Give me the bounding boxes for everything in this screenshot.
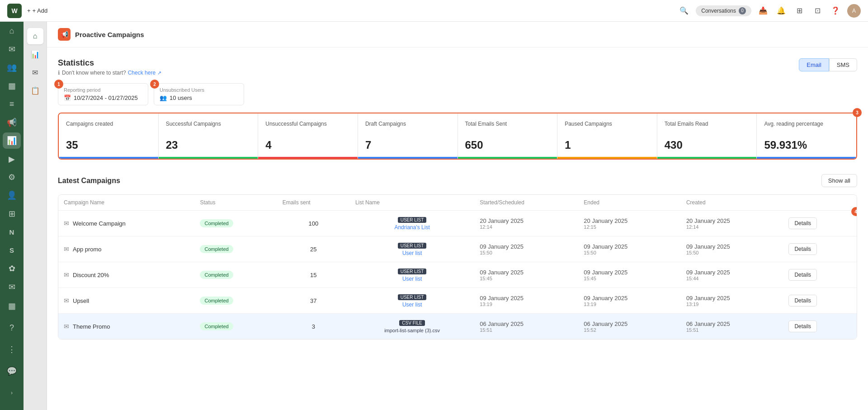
sidebar-item-s[interactable]: S	[3, 242, 21, 259]
details-cell: Details	[783, 288, 857, 314]
reporting-period-box[interactable]: Reporting period 📅 10/27/2024 - 01/27/20…	[58, 83, 148, 105]
bell-icon[interactable]: 🔔	[775, 5, 788, 17]
list-type-tag: USER LIST	[398, 217, 427, 223]
status-badge: Completed	[200, 271, 233, 279]
sidebar-item-integrations[interactable]: ✿	[3, 260, 21, 277]
calendar-icon: 📅	[64, 94, 71, 101]
details-button[interactable]: Details	[788, 295, 817, 306]
table-body: ✉ Welcome Campaign Completed 100 USER LI…	[58, 211, 857, 339]
conversations-button[interactable]: Conversations 0	[696, 5, 751, 16]
sidebar-item-lists[interactable]: ≡	[3, 96, 21, 112]
email-icon: ✉	[64, 220, 69, 227]
stats-card-bar	[757, 157, 856, 159]
stats-card-bar	[657, 157, 757, 159]
inbox-icon[interactable]: 📥	[757, 5, 769, 17]
created-cell: 20 January 2025 12:14	[681, 211, 783, 236]
campaign-name-cell: ✉ Theme Promo	[58, 314, 194, 339]
layout-icon[interactable]: ⊡	[811, 5, 824, 17]
stats-card-value: 35	[66, 139, 151, 151]
list-name-link[interactable]: User list	[402, 302, 422, 308]
details-button[interactable]: Details	[788, 320, 817, 332]
list-name-link: import-list-sample (3).csv	[384, 328, 440, 333]
stats-card-value: 59.931%	[764, 139, 849, 151]
list-name-link[interactable]: User list	[402, 276, 422, 282]
details-button[interactable]: Details	[788, 243, 817, 255]
search-icon[interactable]: 🔍	[678, 5, 690, 17]
sidebar-item-home[interactable]: ⌂	[3, 23, 21, 39]
sidebar-bottom: ▦ ? ⋮ 💬 ›	[3, 296, 21, 410]
campaign-name-text: Upsell	[73, 297, 89, 304]
unsubscribed-value: 👥 10 users	[160, 94, 238, 101]
sms-toggle-button[interactable]: SMS	[829, 58, 857, 71]
sidebar-item-expand[interactable]: ›	[3, 384, 21, 402]
table-column-header: Status	[194, 195, 277, 211]
add-button[interactable]: + + Add	[27, 7, 47, 14]
sidebar-item-team[interactable]: 👤	[3, 187, 21, 203]
check-here-link[interactable]: Check here	[128, 70, 156, 76]
sidebar-item-chat[interactable]: 💬	[3, 362, 21, 380]
sub-sidebar-item-mail[interactable]: ✉	[27, 64, 43, 80]
created-cell: 06 January 2025 15:51	[681, 314, 783, 339]
list-name-cell: USER LIST User list	[350, 288, 474, 314]
avatar[interactable]: A	[847, 4, 861, 18]
unsubscribed-wrapper: 2 Unsubscribed Users 👥 10 users	[154, 83, 244, 105]
sub-sidebar-item-reports[interactable]: 📊	[27, 46, 43, 62]
sidebar-item-apps[interactable]: ⊞	[3, 206, 21, 222]
list-name-link[interactable]: Andriana's List	[394, 224, 429, 231]
topbar: W + + Add 🔍 Conversations 0 📥 🔔 ⊞ ⊡ ❓ A	[0, 0, 868, 22]
sidebar-item-grid2[interactable]: ▦	[3, 297, 21, 315]
latest-campaigns-title: Latest Campaigns	[58, 177, 120, 185]
filter-row: 1 Reporting period 📅 10/27/2024 - 01/27/…	[58, 83, 857, 105]
list-type-tag: CSV FILE	[399, 320, 425, 326]
stats-card-bar	[458, 157, 557, 159]
sub-sidebar-item-home[interactable]: ⌂	[27, 28, 43, 44]
table-column-header: Campaign Name	[58, 195, 194, 211]
details-cell: Details	[783, 236, 857, 262]
started-cell: 09 January 2025 15:45	[474, 262, 578, 288]
sidebar-item-n[interactable]: N	[3, 224, 21, 240]
campaign-name-text: Discount 20%	[73, 272, 109, 278]
topbar-right: 🔍 Conversations 0 📥 🔔 ⊞ ⊡ ❓ A	[678, 4, 861, 18]
table-row: ✉ Discount 20% Completed 15 USER LIST Us…	[58, 262, 857, 288]
unsubscribed-box[interactable]: Unsubscribed Users 👥 10 users	[154, 83, 244, 105]
show-all-button[interactable]: Show all	[821, 174, 857, 187]
table-column-header: Ended	[578, 195, 681, 211]
campaign-name-cell: ✉ Welcome Campaign	[58, 211, 194, 236]
created-cell: 09 January 2025 15:50	[681, 236, 783, 262]
ended-cell: 09 January 2025 15:50	[578, 236, 681, 262]
conversations-badge: 0	[739, 7, 746, 14]
sidebar-item-contacts[interactable]: 👥	[3, 59, 21, 75]
stats-card-label: Draft Campaigns	[365, 121, 450, 135]
details-button[interactable]: Details	[788, 217, 817, 229]
stats-card-label: Campaigns created	[66, 121, 151, 135]
table-column-header: Created	[681, 195, 783, 211]
badge-3: 3	[853, 108, 862, 117]
sidebar-item-automation[interactable]: ▶	[3, 151, 21, 167]
page-header: 📢 Proactive Campaigns	[47, 22, 868, 47]
campaigns-table: Campaign NameStatusEmails sentList NameS…	[58, 195, 857, 339]
badge-2: 2	[150, 80, 159, 89]
help-icon[interactable]: ❓	[829, 5, 842, 17]
sidebar-item-reports[interactable]: 📊	[3, 132, 21, 149]
sub-sidebar-item-lists[interactable]: 📋	[27, 82, 43, 99]
list-name-link[interactable]: User list	[402, 250, 422, 256]
details-cell: Details	[783, 262, 857, 288]
page-header-icon: 📢	[58, 28, 71, 41]
sidebar-item-messages[interactable]: ✉	[3, 279, 21, 295]
sidebar-item-more[interactable]: ⋮	[3, 340, 21, 358]
sidebar-item-dashboard[interactable]: ▦	[3, 77, 21, 94]
email-icon: ✉	[64, 297, 69, 304]
table-column-header: List Name	[350, 195, 474, 211]
stats-card-bar	[557, 157, 657, 159]
sidebar-item-campaigns[interactable]: 📢	[3, 114, 21, 130]
sidebar-item-mail[interactable]: ✉	[3, 41, 21, 57]
grid-icon[interactable]: ⊞	[793, 5, 806, 17]
details-button[interactable]: Details	[788, 269, 817, 281]
sidebar-item-help[interactable]: ?	[3, 319, 21, 337]
stats-card-bar	[59, 157, 158, 159]
status-cell: Completed	[194, 288, 277, 314]
sidebar-item-settings[interactable]: ⚙	[3, 169, 21, 185]
ended-cell: 20 January 2025 12:15	[578, 211, 681, 236]
table-column-header: Started/Scheduled	[474, 195, 578, 211]
email-toggle-button[interactable]: Email	[799, 58, 829, 71]
